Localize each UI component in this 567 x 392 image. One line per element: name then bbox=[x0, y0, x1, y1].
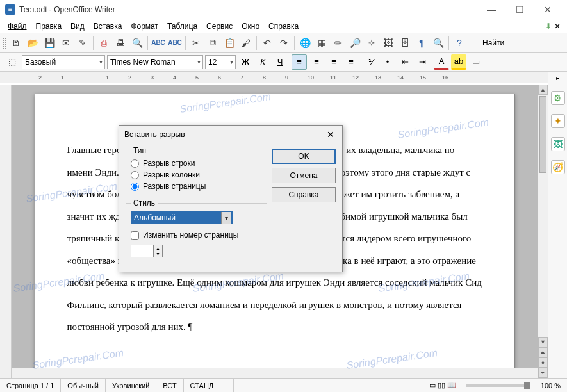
drawing-icon[interactable]: ✏ bbox=[331, 35, 346, 51]
paste-icon[interactable]: 📋 bbox=[222, 35, 237, 51]
status-view-layout[interactable]: ▭ ▯▯ 📖 bbox=[423, 379, 463, 392]
align-right-button[interactable]: ≡ bbox=[326, 54, 341, 70]
menu-table[interactable]: Таблица bbox=[163, 20, 201, 32]
pdf-icon[interactable]: ⎙ bbox=[96, 35, 111, 51]
update-icon[interactable]: ⬇ bbox=[545, 22, 552, 31]
properties-icon[interactable]: ⚙ bbox=[551, 91, 565, 105]
open-doc-icon[interactable]: 📂 bbox=[25, 35, 40, 51]
edit-icon[interactable]: ✎ bbox=[75, 35, 90, 51]
scroll-thumb[interactable] bbox=[539, 96, 546, 173]
bg-color-button[interactable]: ▭ bbox=[468, 54, 484, 70]
change-page-number-checkbox[interactable]: Изменить номер страницы bbox=[131, 229, 267, 241]
spellcheck-icon[interactable]: ABC bbox=[151, 35, 166, 51]
menu-format[interactable]: Формат bbox=[127, 20, 162, 32]
vertical-ruler[interactable] bbox=[0, 85, 12, 378]
page-number-input[interactable] bbox=[131, 245, 153, 257]
horizontal-ruler[interactable]: 2 1 1 2 3 4 5 6 7 8 9 10 11 12 13 14 15 … bbox=[0, 72, 567, 83]
status-selection-mode[interactable]: СТАНД bbox=[184, 379, 221, 392]
redo-icon[interactable]: ↷ bbox=[276, 35, 292, 51]
highlight-button[interactable]: ab bbox=[451, 54, 466, 70]
email-icon[interactable]: ✉ bbox=[58, 35, 74, 51]
close-button[interactable]: ✕ bbox=[534, 1, 562, 19]
ok-button[interactable]: OK bbox=[272, 149, 336, 164]
sidebar-toggle-icon[interactable]: ▸ bbox=[556, 74, 559, 81]
spinner-down-icon[interactable]: ▼ bbox=[154, 251, 162, 257]
find-label[interactable]: Найти bbox=[480, 37, 507, 49]
toolbar-grip-2[interactable] bbox=[472, 36, 475, 50]
status-page[interactable]: Страница 1 / 1 bbox=[0, 379, 61, 392]
menu-view[interactable]: Вид bbox=[67, 20, 88, 32]
toolbar-grip[interactable] bbox=[3, 36, 6, 50]
scroll-up-icon[interactable]: ▲ bbox=[538, 85, 548, 95]
vertical-scrollbar[interactable]: ▲ ▼ ⏶ ● ⏷ bbox=[538, 85, 548, 378]
align-left-button[interactable]: ≡ bbox=[292, 54, 307, 70]
page-style-combo[interactable]: Альбомный ▾ bbox=[131, 211, 233, 224]
preview-icon[interactable]: 🔍 bbox=[129, 35, 145, 51]
view-book-icon[interactable]: 📖 bbox=[447, 381, 456, 389]
format-paint-icon[interactable]: 🖌 bbox=[238, 35, 254, 51]
dialog-close-button[interactable]: ✕ bbox=[324, 128, 337, 141]
save-icon[interactable]: 💾 bbox=[42, 35, 57, 51]
align-center-button[interactable]: ≡ bbox=[309, 54, 324, 70]
prev-page-icon[interactable]: ⏶ bbox=[538, 347, 548, 357]
menu-tools[interactable]: Сервис bbox=[202, 20, 236, 32]
navigator-panel-icon[interactable]: 🧭 bbox=[551, 160, 565, 174]
radio-line-break-input[interactable] bbox=[131, 159, 139, 168]
radio-page-break-input[interactable] bbox=[131, 183, 139, 191]
page-number-spinner[interactable]: ▲ ▼ bbox=[131, 245, 163, 257]
bold-button[interactable]: Ж bbox=[238, 54, 253, 70]
gallery-icon[interactable]: 🖼 bbox=[381, 35, 396, 51]
status-insert-mode[interactable]: ВСТ bbox=[156, 379, 183, 392]
scroll-down-icon[interactable]: ▼ bbox=[538, 337, 548, 347]
undo-icon[interactable]: ↶ bbox=[259, 35, 275, 51]
italic-button[interactable]: К bbox=[255, 54, 270, 70]
font-name-combo[interactable]: Times New Roman ▾ bbox=[107, 55, 203, 69]
new-doc-icon[interactable]: 🗎 bbox=[8, 35, 24, 51]
menu-insert[interactable]: Вставка bbox=[90, 20, 126, 32]
zoom-slider[interactable] bbox=[466, 384, 530, 387]
datasource-icon[interactable]: 🗄 bbox=[397, 35, 413, 51]
menu-window[interactable]: Окно bbox=[238, 20, 263, 32]
numbered-list-button[interactable]: ⅟ bbox=[363, 54, 378, 70]
font-size-combo[interactable]: 12 ▾ bbox=[205, 55, 236, 69]
radio-column-break[interactable]: Разрыв колонки bbox=[131, 169, 267, 181]
decrease-indent-button[interactable]: ⇤ bbox=[397, 54, 413, 70]
spinner-up-icon[interactable]: ▲ bbox=[154, 245, 162, 251]
radio-page-break[interactable]: Разрыв страницы bbox=[131, 181, 267, 192]
change-page-number-input[interactable] bbox=[131, 231, 139, 240]
nav-ball-icon[interactable]: ● bbox=[538, 357, 548, 368]
menu-file[interactable]: Файл bbox=[4, 20, 31, 32]
status-language[interactable]: Украинский bbox=[106, 379, 156, 392]
help-icon[interactable]: ? bbox=[452, 35, 467, 51]
horizontal-scrollbar[interactable] bbox=[12, 368, 538, 378]
radio-line-break[interactable]: Разрыв строки bbox=[131, 158, 267, 169]
paragraph-style-combo[interactable]: Базовый ▾ bbox=[22, 55, 105, 69]
status-zoom[interactable]: 100 % bbox=[534, 379, 567, 392]
styles-window-icon[interactable]: ⬚ bbox=[4, 54, 20, 70]
menu-edit[interactable]: Правка bbox=[32, 20, 66, 32]
nonprint-icon[interactable]: ¶ bbox=[414, 35, 429, 51]
close-doc-icon[interactable]: ✕ bbox=[554, 22, 561, 31]
copy-icon[interactable]: ⧉ bbox=[205, 35, 220, 51]
hyperlink-icon[interactable]: 🌐 bbox=[297, 35, 313, 51]
gallery-panel-icon[interactable]: 🖼 bbox=[551, 137, 565, 151]
increase-indent-button[interactable]: ⇥ bbox=[415, 54, 430, 70]
menu-help[interactable]: Справка bbox=[265, 20, 302, 32]
align-justify-button[interactable]: ≡ bbox=[343, 54, 359, 70]
view-multi-icon[interactable]: ▯▯ bbox=[438, 381, 445, 389]
view-single-icon[interactable]: ▭ bbox=[429, 381, 436, 389]
dialog-titlebar[interactable]: Вставить разрыв ✕ bbox=[119, 126, 342, 143]
cut-icon[interactable]: ✂ bbox=[188, 35, 204, 51]
next-page-icon[interactable]: ⏷ bbox=[538, 368, 548, 378]
font-color-button[interactable]: A bbox=[434, 54, 449, 70]
radio-column-break-input[interactable] bbox=[131, 171, 139, 179]
status-style[interactable]: Обычный bbox=[61, 379, 106, 392]
minimize-button[interactable]: — bbox=[477, 1, 505, 19]
navigator-icon[interactable]: ✧ bbox=[364, 35, 379, 51]
underline-button[interactable]: Ч bbox=[272, 54, 288, 70]
autospell-icon[interactable]: ABC bbox=[167, 35, 183, 51]
zoom-thumb[interactable] bbox=[524, 382, 530, 389]
bullet-list-button[interactable]: • bbox=[380, 54, 395, 70]
maximize-button[interactable]: ☐ bbox=[505, 1, 534, 19]
styles-icon[interactable]: ✦ bbox=[551, 114, 565, 128]
